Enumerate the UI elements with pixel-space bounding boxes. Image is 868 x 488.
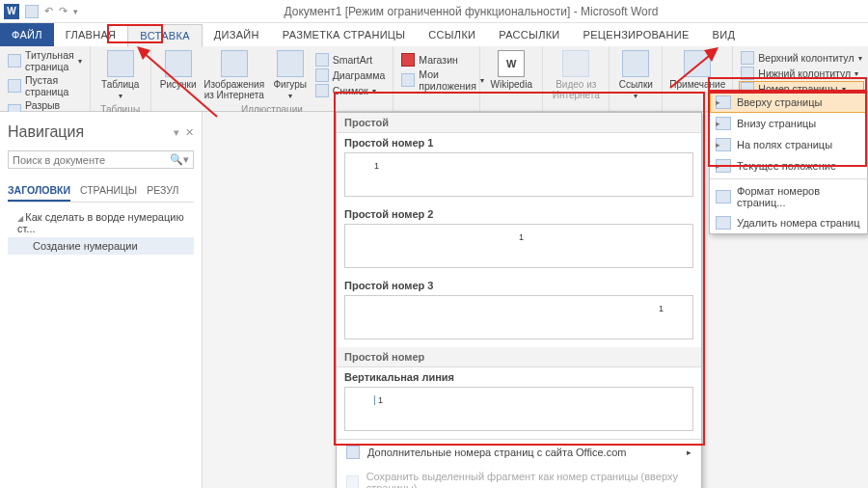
search-input[interactable] bbox=[13, 154, 170, 166]
shapes-icon bbox=[277, 50, 304, 77]
navigation-pane: Навигация ▾ ✕ 🔍▾ ЗАГОЛОВКИ СТРАНИЦЫ РЕЗУ… bbox=[0, 112, 203, 488]
search-icon[interactable]: 🔍▾ bbox=[170, 153, 189, 166]
smartart-icon bbox=[315, 53, 329, 67]
store-button[interactable]: Магазин bbox=[399, 52, 474, 68]
header-icon bbox=[741, 51, 754, 65]
nav-tab-pages[interactable]: СТРАНИЦЫ bbox=[80, 180, 137, 202]
cover-page-button[interactable]: Титульная страница▾ bbox=[6, 48, 84, 73]
group-media: Видео из Интернета bbox=[543, 46, 610, 111]
nav-heading-0[interactable]: ◢ Как сделать в ворде нумерацию ст... bbox=[8, 208, 194, 237]
pn-margin-icon bbox=[716, 138, 731, 151]
nav-tab-headings[interactable]: ЗАГОЛОВКИ bbox=[8, 180, 70, 202]
chart-button[interactable]: Диаграмма bbox=[313, 68, 388, 83]
tab-references[interactable]: ССЫЛКИ bbox=[417, 23, 487, 46]
gallery-item-vertical-line[interactable]: Вертикальная линия 1 bbox=[337, 367, 701, 439]
gallery-item-3[interactable]: Простой номер 3 1 bbox=[337, 276, 701, 347]
table-icon bbox=[107, 50, 134, 77]
search-box[interactable]: 🔍▾ bbox=[8, 150, 194, 169]
store-icon bbox=[401, 53, 415, 67]
tab-view[interactable]: ВИД bbox=[701, 23, 747, 46]
save-icon[interactable] bbox=[25, 5, 39, 18]
online-video-button[interactable]: Видео из Интернета bbox=[549, 48, 603, 102]
tab-file[interactable]: ФАЙЛ bbox=[0, 23, 54, 46]
wikipedia-icon: W bbox=[498, 50, 525, 77]
tab-mailings[interactable]: РАССЫЛКИ bbox=[487, 23, 571, 46]
navigation-title: Навигация bbox=[8, 123, 84, 141]
pictures-icon bbox=[165, 50, 192, 77]
nav-tab-results[interactable]: РЕЗУЛ bbox=[147, 180, 178, 202]
header-button[interactable]: Верхний колонтитул▾ bbox=[739, 50, 863, 66]
nav-heading-1[interactable]: Создание нумерации bbox=[8, 237, 194, 255]
pictures-button[interactable]: Рисунки bbox=[157, 48, 200, 103]
gallery-section-simple-number: Простой номер bbox=[337, 347, 701, 367]
gallery-item-1[interactable]: Простой номер 1 1 bbox=[337, 133, 701, 204]
tab-review[interactable]: РЕЦЕНЗИРОВАНИЕ bbox=[572, 23, 701, 46]
pn-bottom-icon bbox=[716, 117, 731, 130]
pn-remove[interactable]: Удалить номера страниц bbox=[710, 212, 867, 233]
gallery-more-office[interactable]: Дополнительные номера страниц с сайта Of… bbox=[337, 440, 701, 465]
group-links: Ссылки▾ bbox=[610, 46, 663, 111]
screenshot-button[interactable]: Снимок▾ bbox=[313, 83, 388, 98]
group-pages: Титульная страница▾ Пустая страница Разр… bbox=[0, 46, 91, 111]
pn-current-icon bbox=[716, 159, 731, 173]
my-apps-button[interactable]: Мои приложения▾ bbox=[399, 68, 474, 93]
link-icon bbox=[622, 50, 649, 77]
gallery-item-2[interactable]: Простой номер 2 1 bbox=[337, 204, 701, 276]
table-button[interactable]: Таблица▾ bbox=[96, 48, 145, 103]
undo-icon[interactable]: ↶ bbox=[44, 5, 53, 17]
links-button[interactable]: Ссылки▾ bbox=[615, 48, 656, 103]
office-icon bbox=[346, 446, 360, 459]
cover-page-icon bbox=[8, 54, 21, 68]
my-apps-icon bbox=[401, 73, 415, 87]
redo-icon[interactable]: ↷ bbox=[59, 5, 68, 17]
online-pictures-icon bbox=[221, 50, 248, 77]
tab-design[interactable]: ДИЗАЙН bbox=[203, 23, 271, 46]
pn-top-icon bbox=[716, 95, 731, 109]
nav-close-icon[interactable]: ✕ bbox=[185, 126, 194, 139]
screenshot-icon bbox=[315, 84, 329, 97]
gallery-section-simple: Простой bbox=[337, 113, 701, 133]
window-title: Документ1 [Режим ограниченной функционал… bbox=[78, 5, 864, 18]
comment-icon bbox=[684, 50, 711, 77]
word-app-icon: W bbox=[4, 4, 19, 19]
group-wikipedia: WWikipedia bbox=[480, 46, 543, 111]
save-selection-icon bbox=[346, 475, 359, 488]
smartart-button[interactable]: SmartArt bbox=[313, 52, 388, 68]
footer-icon bbox=[741, 67, 754, 80]
blank-page-icon bbox=[8, 79, 21, 93]
group-tables: Таблица▾ Таблицы bbox=[91, 46, 151, 111]
tab-home[interactable]: ГЛАВНАЯ bbox=[54, 23, 128, 46]
page-number-menu: Вверху страницы▸ Внизу страницы▸ На поля… bbox=[709, 91, 868, 234]
video-icon bbox=[562, 50, 589, 77]
page-number-gallery: Простой Простой номер 1 1 Простой номер … bbox=[336, 112, 702, 488]
chart-icon bbox=[315, 68, 329, 82]
pn-current-position[interactable]: Текущее положение▸ bbox=[710, 155, 867, 176]
pn-bottom-of-page[interactable]: Внизу страницы▸ bbox=[710, 113, 867, 134]
footer-button[interactable]: Нижний колонтитул▾ bbox=[739, 66, 863, 81]
online-pictures-button[interactable]: Изображения из Интернета bbox=[202, 48, 267, 103]
wikipedia-button[interactable]: WWikipedia bbox=[486, 48, 536, 98]
tab-layout[interactable]: РАЗМЕТКА СТРАНИЦЫ bbox=[271, 23, 418, 46]
nav-tree: ◢ Как сделать в ворде нумерацию ст... Со… bbox=[8, 208, 194, 255]
pn-page-margins[interactable]: На полях страницы▸ bbox=[710, 134, 867, 155]
blank-page-button[interactable]: Пустая страница bbox=[6, 73, 84, 98]
gallery-save-selection: Сохранить выделенный фрагмент как номер … bbox=[337, 465, 701, 488]
ribbon-tabs: ФАЙЛ ГЛАВНАЯ ВСТАВКА ДИЗАЙН РАЗМЕТКА СТР… bbox=[0, 23, 868, 46]
pn-format[interactable]: Формат номеров страниц... bbox=[710, 181, 867, 212]
group-apps: Магазин Мои приложения▾ bbox=[393, 46, 480, 111]
group-illustrations: Рисунки Изображения из Интернета Фигуры▾… bbox=[151, 46, 394, 111]
pn-top-of-page[interactable]: Вверху страницы▸ bbox=[710, 92, 867, 113]
pn-format-icon bbox=[716, 190, 731, 203]
nav-dropdown-icon[interactable]: ▾ bbox=[174, 126, 179, 139]
shapes-button[interactable]: Фигуры▾ bbox=[269, 48, 312, 103]
pn-remove-icon bbox=[716, 216, 731, 230]
title-bar: W ↶ ↷ ▾ Документ1 [Режим ограниченной фу… bbox=[0, 0, 868, 23]
tab-insert[interactable]: ВСТАВКА bbox=[127, 24, 202, 47]
